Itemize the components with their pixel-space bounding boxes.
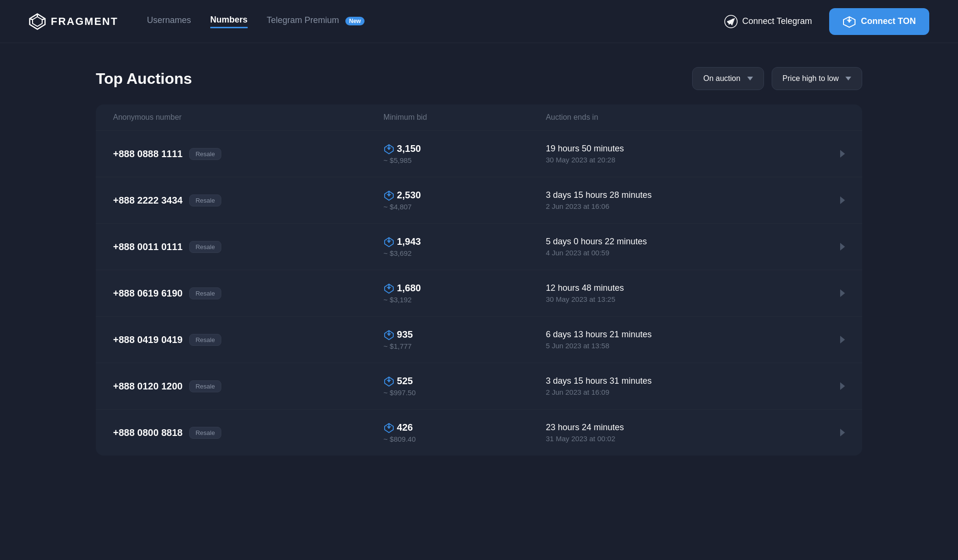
auction-ends-cell: 19 hours 50 minutes 30 May 2023 at 20:28	[546, 144, 816, 164]
ton-diamond-icon	[384, 330, 394, 340]
chevron-right-icon	[840, 196, 845, 204]
svg-marker-23	[387, 333, 391, 336]
main-nav: Usernames Numbers Telegram Premium New	[147, 15, 715, 28]
col-ends: Auction ends in	[546, 113, 816, 122]
auction-ends-cell: 3 days 15 hours 28 minutes 2 Jun 2023 at…	[546, 190, 816, 210]
filter-price[interactable]: Price high to low	[772, 67, 862, 90]
ton-icon	[843, 15, 856, 28]
bid-ton-value: 935	[397, 329, 413, 340]
chevron-right-icon	[840, 243, 845, 251]
table-row[interactable]: +888 2222 3434 Resale 2,530 ~ $4,807 3 d…	[96, 177, 862, 224]
ends-time: 19 hours 50 minutes	[546, 144, 816, 154]
table-body: +888 0888 1111 Resale 3,150 ~ $5,985 19 …	[96, 131, 862, 456]
table-row[interactable]: +888 0888 1111 Resale 3,150 ~ $5,985 19 …	[96, 131, 862, 177]
nav-item-numbers[interactable]: Numbers	[210, 15, 248, 28]
bid-usd-value: ~ $1,777	[384, 342, 546, 350]
bid-ton-value: 2,530	[397, 190, 421, 201]
connect-telegram-button[interactable]: Connect Telegram	[715, 9, 822, 34]
chevron-right-icon	[840, 429, 845, 436]
table-header: Anonymous number Minimum bid Auction end…	[96, 104, 862, 131]
telegram-icon	[724, 15, 738, 28]
ton-diamond-icon	[384, 283, 394, 294]
bid-amount: 1,943	[384, 236, 546, 247]
auction-table: Anonymous number Minimum bid Auction end…	[96, 104, 862, 456]
number-text: +888 0888 1111	[113, 149, 182, 160]
logo[interactable]: FRAGMENT	[29, 13, 118, 30]
table-row[interactable]: +888 0800 8818 Resale 426 ~ $809.40 23 h…	[96, 410, 862, 456]
ton-diamond-icon	[384, 423, 394, 433]
logo-text: FRAGMENT	[51, 15, 118, 28]
ends-time: 23 hours 24 minutes	[546, 423, 816, 433]
ton-diamond-icon	[384, 376, 394, 387]
nav-item-telegram-premium[interactable]: Telegram Premium New	[267, 15, 365, 27]
ends-time: 12 hours 48 minutes	[546, 283, 816, 293]
bid-ton-value: 1,680	[397, 283, 421, 294]
svg-marker-29	[387, 426, 391, 429]
number-text: +888 0120 1200	[113, 381, 182, 392]
svg-marker-26	[387, 380, 391, 382]
nav-item-usernames[interactable]: Usernames	[147, 15, 191, 27]
bid-cell: 426 ~ $809.40	[384, 422, 546, 443]
resale-badge: Resale	[189, 380, 221, 392]
ends-time: 3 days 15 hours 31 minutes	[546, 376, 816, 386]
ends-time: 5 days 0 hours 22 minutes	[546, 237, 816, 247]
ends-date: 30 May 2023 at 13:25	[546, 295, 816, 303]
number-text: +888 0419 0419	[113, 334, 182, 345]
connect-ton-button[interactable]: Connect TON	[829, 8, 929, 35]
bid-cell: 1,943 ~ $3,692	[384, 236, 546, 257]
bid-amount: 525	[384, 376, 546, 387]
svg-marker-11	[387, 148, 391, 150]
bid-cell: 3,150 ~ $5,985	[384, 143, 546, 164]
number-text: +888 0800 8818	[113, 427, 182, 438]
logo-icon	[29, 13, 46, 30]
resale-badge: Resale	[189, 241, 221, 253]
ends-time: 6 days 13 hours 21 minutes	[546, 330, 816, 340]
chevron-right-icon	[840, 382, 845, 390]
ton-diamond-icon	[384, 190, 394, 201]
new-badge: New	[345, 17, 365, 25]
auction-ends-cell: 23 hours 24 minutes 31 May 2023 at 00:02	[546, 423, 816, 443]
chevron-right-cell	[816, 243, 845, 251]
auction-ends-cell: 3 days 15 hours 31 minutes 2 Jun 2023 at…	[546, 376, 816, 396]
bid-ton-value: 426	[397, 422, 413, 433]
table-row[interactable]: +888 0011 0111 Resale 1,943 ~ $3,692 5 d…	[96, 224, 862, 270]
number-cell: +888 0011 0111 Resale	[113, 241, 384, 253]
bid-cell: 1,680 ~ $3,192	[384, 283, 546, 304]
ends-date: 5 Jun 2023 at 13:58	[546, 342, 816, 350]
page-title: Top Auctions	[96, 70, 192, 88]
bid-amount: 2,530	[384, 190, 546, 201]
bid-amount: 3,150	[384, 143, 546, 154]
number-cell: +888 0120 1200 Resale	[113, 380, 384, 392]
resale-badge: Resale	[189, 148, 221, 160]
resale-badge: Resale	[189, 334, 221, 346]
ton-diamond-icon	[384, 144, 394, 154]
connect-telegram-label: Connect Telegram	[742, 16, 812, 26]
number-text: +888 0011 0111	[113, 241, 182, 252]
header-actions: Connect Telegram Connect TON	[715, 8, 929, 35]
bid-ton-value: 525	[397, 376, 413, 387]
table-row[interactable]: +888 0619 6190 Resale 1,680 ~ $3,192 12 …	[96, 270, 862, 317]
chevron-right-icon	[840, 336, 845, 343]
bid-amount: 426	[384, 422, 546, 433]
svg-marker-8	[846, 20, 852, 23]
number-text: +888 0619 6190	[113, 288, 182, 299]
top-section: Top Auctions On auction Price high to lo…	[96, 67, 862, 90]
ends-date: 2 Jun 2023 at 16:06	[546, 202, 816, 210]
number-cell: +888 0419 0419 Resale	[113, 334, 384, 346]
auction-ends-cell: 5 days 0 hours 22 minutes 4 Jun 2023 at …	[546, 237, 816, 257]
svg-marker-20	[387, 287, 391, 289]
bid-usd-value: ~ $5,985	[384, 156, 546, 164]
bid-amount: 1,680	[384, 283, 546, 294]
table-row[interactable]: +888 0419 0419 Resale 935 ~ $1,777 6 day…	[96, 317, 862, 363]
svg-marker-1	[33, 17, 42, 26]
chevron-down-icon	[747, 77, 753, 80]
chevron-right-icon	[840, 289, 845, 297]
main-content: Top Auctions On auction Price high to lo…	[0, 43, 958, 480]
number-cell: +888 0619 6190 Resale	[113, 287, 384, 299]
ends-date: 31 May 2023 at 00:02	[546, 434, 816, 443]
bid-ton-value: 1,943	[397, 236, 421, 247]
filter-on-auction[interactable]: On auction	[692, 67, 764, 90]
table-row[interactable]: +888 0120 1200 Resale 525 ~ $997.50 3 da…	[96, 363, 862, 410]
number-cell: +888 0888 1111 Resale	[113, 148, 384, 160]
ends-date: 4 Jun 2023 at 00:59	[546, 249, 816, 257]
